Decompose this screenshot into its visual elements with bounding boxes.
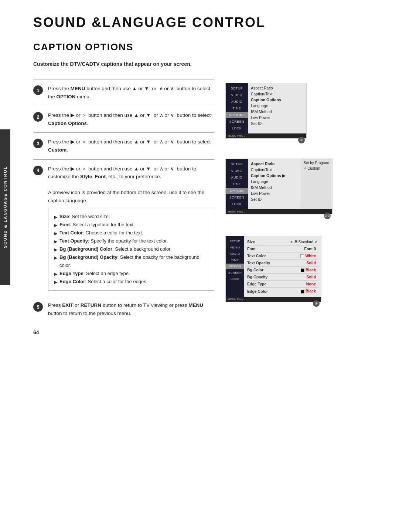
- bullet-edge-type: ▶ Edge Type: Select an edge type.: [54, 270, 208, 278]
- tv-menu3-row-text-color: Text Color White: [247, 253, 318, 260]
- tv-menu-2-option: OPTION: [226, 188, 248, 194]
- tv-menu3-value-edge-color: Black: [299, 288, 318, 294]
- tv-menu-2-screen: SCREEN: [226, 194, 248, 200]
- tv-menu3-label-edge-type: Edge Type: [247, 282, 266, 286]
- tv-menu3-row-text-opacity: Text Opacity Solid: [247, 260, 318, 267]
- tv-menu-2-custom: Custom: [304, 166, 329, 171]
- main-title: SOUND &LANGUAGE CONTROL: [33, 15, 381, 30]
- tv-menu-3-left: SETUP VIDEO AUDIO TIME OPTION SCREEN LOC…: [226, 236, 244, 297]
- tv-menu-1-low-power: Low Power: [251, 115, 303, 120]
- tv-menu3-row-font: Font Font 0: [247, 245, 318, 253]
- side-tab: SOUND & LANGUAGE CONTROL: [0, 129, 10, 285]
- tv-menu3-label-bg-opacity: Bg Opacity: [247, 275, 267, 279]
- step-1-text: Press the MENU button and then use ▲ or …: [48, 85, 214, 101]
- tv-menu-2-aspect: Aspect Ratio: [251, 161, 298, 166]
- menu-screenshots-column: SETUP VIDEO AUDIO TIME OPTION › SCREEN L…: [225, 79, 381, 335]
- tv-menu-1-option: OPTION ›: [226, 112, 248, 118]
- tv-menu-3-screen: SCREEN: [226, 270, 244, 275]
- page-number: 64: [33, 329, 214, 335]
- tv-menu-2-time: TIME: [226, 181, 248, 187]
- tv-menu-3-lock: LOCK: [226, 276, 244, 282]
- tv-menu-1-set-id: Set ID: [251, 121, 303, 126]
- bullet-size: ▶ Size: Set the word size.: [54, 213, 208, 221]
- step-2-circle: 2: [33, 112, 43, 122]
- tv-menu-2-set-by-program: Set by Program: [304, 160, 329, 165]
- tv-menu-1-left: SETUP VIDEO AUDIO TIME OPTION › SCREEN L…: [226, 83, 248, 133]
- tv-menu-3: SETUP VIDEO AUDIO TIME OPTION SCREEN LOC…: [225, 236, 321, 302]
- tv-menu-2: SETUP VIDEO AUDIO TIME OPTION SCREEN LOC…: [225, 159, 332, 214]
- tv-menu3-value-bg-color: Black: [299, 267, 318, 272]
- tv-menu3-right-arrow: ►: [315, 240, 318, 244]
- tv-menu3-value-text-opacity: Solid: [304, 260, 318, 265]
- tv-menu-1-prev: MENU Prev .: [226, 133, 306, 138]
- tv-menu-3-prev: MENU Prev .: [226, 297, 321, 302]
- step-5: 5 Press EXIT or RETURN button to return …: [33, 296, 214, 322]
- intro-text: Customize the DTV/CADTV captions that ap…: [33, 60, 203, 68]
- bullet-font: ▶ Font: Select a typeface for the text.: [54, 221, 208, 229]
- tv-menu-1-screen: SCREEN: [226, 119, 248, 125]
- tv-menu3-left-arrow: ◄: [290, 240, 293, 244]
- tv-menu-3-option: OPTION: [226, 264, 244, 269]
- tv-menu3-value-edge-type: None: [304, 281, 318, 287]
- tv-menu-1-audio: AUDIO: [226, 99, 248, 105]
- tv-menu-2-submenu: Set by Program Custom: [301, 159, 332, 209]
- step-4-text: Press the ▶ or ＞ button and then use ▲ o…: [48, 165, 214, 291]
- tv-menu-2-caption-options: Caption Options ▶: [251, 173, 298, 178]
- step-5-circle: 5: [33, 302, 43, 312]
- tv-menu-3-settings: Size ◄ A Standard ►: [244, 236, 321, 297]
- menu-screenshot-3: SETUP VIDEO AUDIO TIME OPTION SCREEN LOC…: [225, 236, 381, 302]
- tv-menu3-row-edge-type: Edge Type None: [247, 281, 318, 288]
- tv-menu-1-language: Language: [251, 103, 303, 108]
- tv-menu-1-caption-options: Caption Options: [251, 97, 303, 102]
- tv-menu-1-time: TIME: [226, 105, 248, 111]
- bullet-edge-color: ▶ Edge Color: Select a color for the edg…: [54, 278, 208, 286]
- tv-menu-3-setup: SETUP: [226, 238, 244, 244]
- tv-menu3-row-bg-color: Bg Color Black: [247, 267, 318, 274]
- tv-menu3-row-size: Size ◄ A Standard ►: [247, 238, 318, 245]
- tv-menu3-arrow-nav-size: ◄ A Standard ►: [290, 239, 318, 244]
- tv-menu-2-language: Language: [251, 179, 298, 184]
- tv-menu3-value-font: Font 0: [302, 246, 318, 251]
- tv-menu3-swatch-bg-color: [301, 268, 304, 272]
- tv-menu-3-time: TIME: [226, 257, 244, 263]
- bullet-bg-opacity: ▶ Bg (Background) Opacity: Select the op…: [54, 253, 208, 270]
- tv-menu3-swatch-edge-color: [301, 290, 304, 294]
- tv-menu-3-video: VIDEO: [226, 245, 244, 250]
- tv-menu-1: SETUP VIDEO AUDIO TIME OPTION › SCREEN L…: [225, 83, 307, 139]
- menu-screenshot-1: SETUP VIDEO AUDIO TIME OPTION › SCREEN L…: [225, 83, 381, 139]
- tv-menu3-value-bg-opacity: Solid: [304, 274, 318, 279]
- tv-menu-1-video: VIDEO: [226, 92, 248, 98]
- tv-menu-2-audio: AUDIO: [226, 174, 248, 180]
- step-1: 1 Press the MENU button and then use ▲ o…: [33, 79, 214, 106]
- step-1-circle: 1: [33, 85, 43, 95]
- tv-menu3-size-value: Standard: [298, 240, 313, 244]
- bullet-text-color: ▶ Text Color: Choose a color for the tex…: [54, 229, 208, 237]
- tv-menu-2-setup: SETUP: [226, 161, 248, 167]
- tv-menu-1-lock: LOCK: [226, 125, 248, 131]
- tv-menu-3-stepnum: ④: [313, 300, 320, 307]
- step-3-circle: 3: [33, 139, 43, 148]
- tv-menu3-swatch-text-color: [300, 254, 304, 258]
- tv-menu-1-caption-text: Caption/Text: [251, 91, 303, 96]
- step-3-text: Press the ▶ or ＞ button and then use ▲ o…: [48, 138, 214, 154]
- step-2: 2 Press the ▶ or ＞ button and then use ▲…: [33, 106, 214, 132]
- tv-menu3-label-text-opacity: Text Opacity: [247, 261, 270, 265]
- tv-menu-1-right: Aspect Ratio Caption/Text Caption Option…: [248, 83, 306, 133]
- step-5-text: Press EXIT or RETURN button to return to…: [48, 301, 214, 317]
- tv-menu3-label-size: Size: [247, 240, 255, 244]
- tv-menu-2-stepnum: ②③: [324, 213, 331, 219]
- bullet-bg-color: ▶ Bg (Background) Color: Select a backgr…: [54, 245, 208, 253]
- tv-menu-2-right: Aspect Ratio Caption/Text Caption Option…: [248, 159, 301, 209]
- tv-menu3-label-text-color: Text Color: [247, 254, 266, 258]
- tv-menu-1-aspect: Aspect Ratio: [251, 85, 303, 91]
- tv-menu-2-left: SETUP VIDEO AUDIO TIME OPTION SCREEN LOC…: [226, 159, 248, 209]
- side-tab-label: SOUND & LANGUAGE CONTROL: [3, 166, 8, 248]
- tv-menu-1-setup: SETUP: [226, 85, 248, 91]
- tv-menu-2-set-id: Set ID: [251, 197, 298, 202]
- tv-menu-1-stepnum: ①: [298, 137, 305, 143]
- tv-menu3-label-edge-color: Edge Color: [247, 289, 268, 294]
- bullet-text-opacity: ▶ Text Opacity: Specify the opacity for …: [54, 237, 208, 245]
- tv-menu3-label-bg-color: Bg Color: [247, 268, 263, 272]
- step-4-circle: 4: [33, 166, 43, 175]
- tv-menu-2-low-power: Low Power: [251, 191, 298, 196]
